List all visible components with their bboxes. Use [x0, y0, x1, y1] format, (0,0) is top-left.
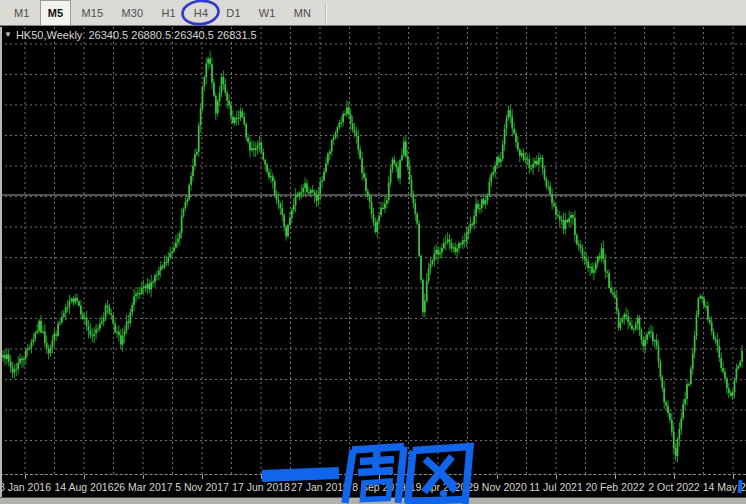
axis-label: 3 Jan 2016 [0, 481, 51, 493]
grid-lines [0, 27, 746, 474]
axis-label: 5 Nov 2017 [175, 481, 229, 493]
axis-tick [497, 475, 498, 479]
window-bottom-edge [0, 497, 746, 504]
timeframe-button-m30[interactable]: M30 [113, 1, 151, 25]
quote-line: ▼ HK50,Weekly 26340.5 26880.5 26340.5 26… [4, 29, 257, 41]
timeframe-button-d1[interactable]: D1 [218, 1, 248, 25]
axis-tick [733, 475, 734, 479]
timeframe-toolbar: M1M5M15M30H1H4D1W1MN [0, 0, 746, 26]
axis-tick [438, 475, 439, 479]
axis-tick [84, 475, 85, 479]
axis-tick [674, 475, 675, 479]
axis-tick [202, 475, 203, 479]
candlestick-chart[interactable] [0, 27, 746, 474]
axis-label: 14 May 2023 [703, 481, 746, 493]
axis-label: 19 Apr 2020 [410, 481, 467, 493]
axis-label: 17 Jun 2018 [232, 481, 290, 493]
axis-label: 14 Aug 2016 [55, 481, 114, 493]
timeframe-button-mn[interactable]: MN [286, 1, 320, 25]
axis-tick [556, 475, 557, 479]
window-left-edge [0, 27, 2, 504]
axis-label: 26 Mar 2017 [114, 481, 173, 493]
axis-label: 20 Feb 2022 [586, 481, 645, 493]
timeframe-button-h4[interactable]: H4 [186, 1, 216, 25]
axis-tick [261, 475, 262, 479]
mt4-window: M1M5M15M30H1H4D1W1MN ▼ HK50,Weekly 26340… [0, 0, 746, 504]
timeframe-button-w1[interactable]: W1 [251, 1, 284, 25]
axis-label: 8 Sep 2019 [352, 481, 406, 493]
timeframe-button-h1[interactable]: H1 [153, 1, 183, 25]
toolbar-separator [325, 3, 327, 23]
timeframe-button-m15[interactable]: M15 [73, 1, 111, 25]
axis-separator [0, 474, 746, 475]
axis-tick [615, 475, 616, 479]
axis-tick [143, 475, 144, 479]
timeframe-button-m1[interactable]: M1 [6, 1, 38, 25]
axis-label: 27 Jan 2019 [291, 481, 349, 493]
axis-label: 29 Nov 2020 [467, 481, 527, 493]
axis-tick [320, 475, 321, 479]
axis-label: 11 Jul 2021 [529, 481, 583, 493]
axis-tick [25, 475, 26, 479]
chart-area[interactable] [0, 27, 746, 474]
axis-tick [379, 475, 380, 479]
quote-text: HK50,Weekly 26340.5 26880.5 26340.5 2683… [16, 29, 257, 41]
axis-label: 2 Oct 2022 [648, 481, 699, 493]
collapse-triangle-icon: ▼ [4, 30, 12, 39]
timeframe-button-m5[interactable]: M5 [40, 0, 72, 26]
time-axis[interactable]: 3 Jan 201614 Aug 201626 Mar 20175 Nov 20… [0, 474, 746, 497]
